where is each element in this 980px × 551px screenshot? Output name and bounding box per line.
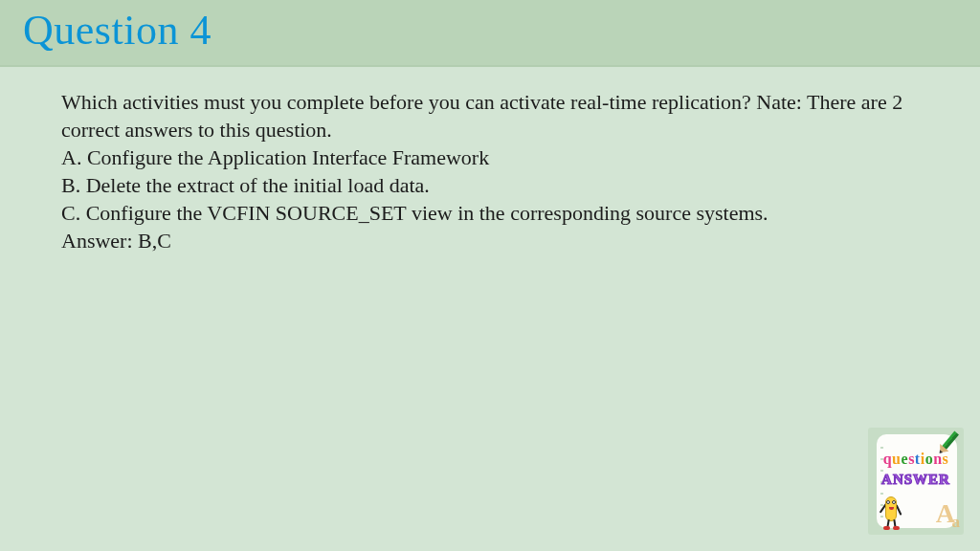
questions-answer-badge: questions ANSWER A a — [868, 428, 964, 535]
badge-questions-text: questions — [868, 451, 964, 468]
option-b: B. Delete the extract of the initial loa… — [61, 171, 909, 199]
option-c: C. Configure the VCFIN SOURCE_SET view i… — [61, 199, 909, 227]
letter-a-lower-icon: a — [952, 513, 961, 532]
badge-answer-text: ANSWER — [868, 472, 964, 488]
option-a: A. Configure the Application Interface F… — [61, 143, 909, 171]
question-title: Question 4 — [23, 6, 980, 55]
slide-header: Question 4 — [0, 0, 980, 67]
pencil-mascot-icon — [878, 493, 904, 529]
question-prompt: Which activities must you complete befor… — [61, 88, 909, 143]
answer-line: Answer: B,C — [61, 227, 909, 254]
question-body: Which activities must you complete befor… — [0, 67, 980, 254]
